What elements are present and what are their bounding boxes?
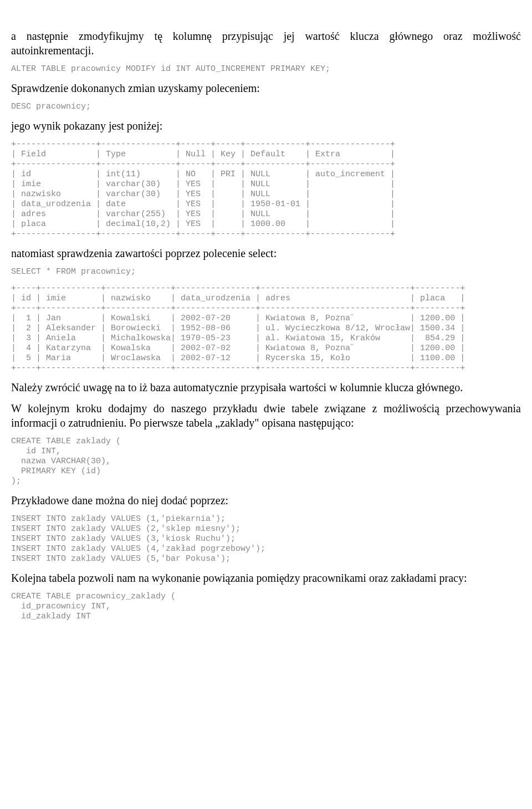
paragraph-intro: a następnie zmodyfikujmy tę kolumnę przy… [11,29,521,58]
paragraph-select-intro: natomiast sprawdzenia zawartości poprzez… [11,246,521,260]
code-select-output: +----+------------+-------------+-------… [11,284,521,373]
paragraph-next-step: W kolejnym kroku dodajmy do naszego przy… [11,401,521,430]
code-alter-table: ALTER TABLE pracownicy MODIFY id INT AUT… [11,64,521,74]
paragraph-check: Sprawdzenie dokonanych zmian uzyskamy po… [11,81,521,95]
paragraph-note: Należy zwrócić uwagę na to iż baza autom… [11,380,521,395]
paragraph-result: jego wynik pokazany jest poniżej: [11,119,521,133]
code-create-pracownicy-zaklady: CREATE TABLE pracownicy_zaklady ( id_pra… [11,592,521,622]
paragraph-insert-intro: Przykładowe dane można do niej dodać pop… [11,493,521,508]
code-desc: DESC pracownicy; [11,102,521,112]
code-select: SELECT * FROM pracownicy; [11,267,521,277]
code-insert-zaklady: INSERT INTO zaklady VALUES (1,'piekarnia… [11,514,521,564]
code-create-zaklady: CREATE TABLE zaklady ( id INT, nazwa VAR… [11,437,521,487]
code-desc-output: +----------------+---------------+------… [11,140,521,239]
paragraph-relation: Kolejna tabela pozwoli nam na wykonanie … [11,571,521,585]
